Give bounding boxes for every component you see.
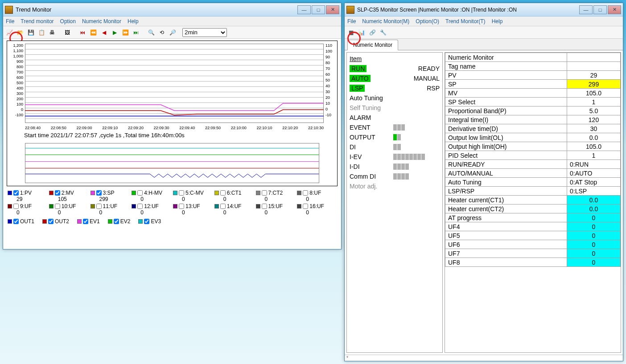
open-icon[interactable]: 📂 — [16, 28, 25, 37]
table-row[interactable]: PID Select1 — [445, 151, 621, 160]
menu-option[interactable]: Option — [60, 18, 76, 25]
grid-icon[interactable]: ▦ — [346, 28, 355, 37]
print-icon[interactable]: 🖶 — [48, 28, 57, 37]
param-value[interactable]: 1 — [567, 98, 621, 106]
menu-option[interactable]: Option(O) — [416, 18, 439, 25]
legend-checkbox[interactable] — [48, 219, 54, 224]
legend-item[interactable]: EV2 — [108, 218, 131, 225]
table-row[interactable]: RUN/READY0:RUN — [445, 160, 621, 169]
overview-chart[interactable] — [25, 143, 319, 183]
skip-start-icon[interactable]: ⏮ — [78, 28, 87, 37]
export-icon[interactable]: 📋 — [37, 28, 46, 37]
table-row[interactable]: Auto Tuning0:AT Stop — [445, 178, 621, 187]
titlebar[interactable]: SLP-C35 Monitor Screen |Numeric Monitor … — [345, 3, 623, 16]
table-row[interactable]: Heater current(CT1)0.0 — [445, 196, 621, 204]
legend-checkbox[interactable] — [303, 190, 308, 196]
link-icon[interactable]: 🔗 — [368, 28, 377, 37]
legend-checkbox[interactable] — [262, 204, 267, 209]
legend-checkbox[interactable] — [13, 204, 19, 209]
picture-icon[interactable]: 🖼 — [63, 28, 72, 37]
step-back-icon[interactable]: ◀ — [99, 28, 108, 37]
menu-trend[interactable]: Trend Monitor(T) — [445, 18, 486, 25]
legend-item[interactable]: 3:SP299 — [91, 190, 130, 202]
table-row[interactable]: Numeric Monitor — [445, 53, 621, 62]
legend-checkbox[interactable] — [220, 204, 226, 209]
close-button[interactable]: ✕ — [326, 5, 339, 14]
maximize-button[interactable]: □ — [593, 5, 607, 14]
titlebar[interactable]: Trend Monitor — □ ✕ — [3, 3, 341, 16]
legend-item[interactable]: OUT1 — [8, 218, 34, 225]
menu-numeric[interactable]: Numeric Monitor(M) — [362, 18, 409, 25]
table-row[interactable]: LSP/RSP0:LSP — [445, 187, 621, 196]
time-range-select[interactable]: 2min — [182, 28, 227, 37]
param-value[interactable] — [567, 53, 621, 62]
legend-checkbox[interactable] — [179, 190, 184, 196]
legend-item[interactable]: 7:CT20 — [256, 190, 296, 202]
legend-checkbox[interactable] — [179, 204, 184, 209]
legend-item[interactable]: 10:UF0 — [49, 203, 89, 216]
zoom-out-icon[interactable]: 🔍 — [147, 28, 156, 37]
legend-checkbox[interactable] — [220, 190, 226, 196]
legend-checkbox[interactable] — [55, 204, 60, 209]
legend-checkbox[interactable] — [144, 219, 149, 224]
param-value[interactable]: 0 — [567, 222, 621, 231]
legend-item[interactable]: 13:UF0 — [173, 203, 213, 216]
legend-item[interactable]: 2:MV105 — [49, 190, 89, 202]
step-fwd-icon[interactable]: ▶ — [110, 28, 119, 37]
table-row[interactable]: MV105.0 — [445, 89, 621, 98]
chart-icon[interactable]: 📊 — [357, 28, 366, 37]
table-row[interactable]: SP299 — [445, 80, 621, 89]
skip-end-icon[interactable]: ⏭ — [132, 28, 140, 37]
legend-item[interactable]: 9:UF0 — [8, 203, 47, 216]
tab-numeric-monitor[interactable]: Numeric Monitor — [347, 40, 398, 50]
numeric-table[interactable]: Numeric MonitorTag namePV29SP299MV105.0S… — [445, 53, 621, 267]
legend-item[interactable]: 12:UF0 — [132, 203, 171, 216]
legend-item[interactable]: 11:UF0 — [91, 203, 130, 216]
table-row[interactable]: UF40 — [445, 222, 621, 231]
param-value[interactable]: 0 — [567, 258, 621, 267]
zoom-reset-icon[interactable]: ⟲ — [157, 28, 166, 37]
rewind-icon[interactable]: ⏪ — [89, 28, 98, 37]
zoom-in-icon[interactable]: 🔎 — [168, 28, 177, 37]
table-row[interactable]: AT progress0 — [445, 213, 621, 222]
legend-item[interactable]: OUT2 — [42, 218, 69, 225]
tool-icon[interactable]: 🔧 — [379, 28, 387, 37]
param-value[interactable]: 299 — [567, 80, 621, 89]
param-value[interactable]: 0:AT Stop — [567, 178, 621, 187]
legend-checkbox[interactable] — [137, 190, 143, 196]
legend-checkbox[interactable] — [13, 219, 19, 224]
legend-checkbox[interactable] — [96, 190, 102, 196]
param-value[interactable]: 0 — [567, 240, 621, 249]
table-row[interactable]: UF80 — [445, 258, 621, 267]
param-value[interactable]: 0 — [567, 249, 621, 258]
param-value[interactable] — [567, 62, 621, 71]
legend-checkbox[interactable] — [114, 219, 119, 224]
menu-help[interactable]: Help — [128, 18, 139, 25]
maximize-button[interactable]: □ — [312, 5, 325, 14]
menu-trend[interactable]: Trend monitor — [21, 18, 54, 25]
param-value[interactable]: 5.0 — [567, 106, 621, 115]
menu-numeric[interactable]: Numeric Monitor — [82, 18, 121, 25]
legend-checkbox[interactable] — [303, 204, 308, 209]
param-value[interactable]: 120 — [567, 115, 621, 124]
table-row[interactable]: Output high limit(OH)105.0 — [445, 142, 621, 151]
menu-help[interactable]: Help — [492, 18, 503, 25]
param-value[interactable]: 0:RUN — [567, 160, 621, 169]
table-row[interactable]: PV29 — [445, 71, 621, 80]
table-row[interactable]: Output low limit(OL)0.0 — [445, 133, 621, 142]
table-row[interactable]: Derivative time(D)30 — [445, 124, 621, 133]
legend-item[interactable]: 4:H-MV0 — [132, 190, 171, 202]
param-value[interactable]: 0.0 — [567, 133, 621, 142]
param-value[interactable]: 30 — [567, 124, 621, 133]
legend-item[interactable]: 6:CT10 — [214, 190, 254, 202]
legend-item[interactable]: EV1 — [77, 218, 100, 225]
chart-icon[interactable]: 📈 — [5, 28, 14, 37]
table-row[interactable]: AUTO/MANUAL0:AUTO — [445, 169, 621, 178]
save-icon[interactable]: 💾 — [26, 28, 35, 37]
legend-item[interactable]: EV3 — [138, 218, 161, 225]
menu-file[interactable]: File — [6, 18, 14, 25]
legend-checkbox[interactable] — [83, 219, 88, 224]
param-value[interactable]: 29 — [567, 71, 621, 80]
param-value[interactable]: 0:AUTO — [567, 169, 621, 178]
table-row[interactable]: Heater current(CT2)0.0 — [445, 204, 621, 213]
